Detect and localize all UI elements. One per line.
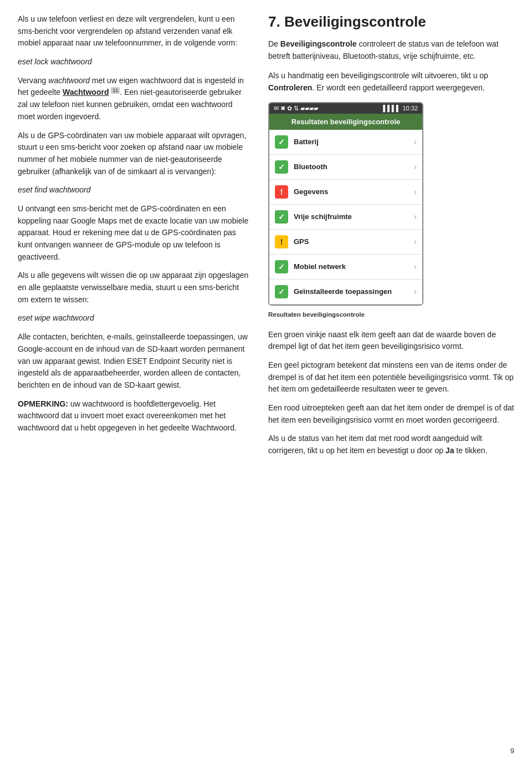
- explanation-red: Een rood uitroepteken geeft aan dat het …: [268, 402, 514, 426]
- phone-mockup: ✉ ✖ ✿ ⇅ ▰▰▰▰ ▌▌▌▌ 10:32 Resultaten bevei…: [268, 102, 423, 306]
- batterij-label: Batterij: [294, 138, 408, 146]
- mobiel-netwerk-arrow-icon: ›: [414, 262, 417, 272]
- left-column: Als u uw telefoon verliest en deze wilt …: [18, 13, 250, 464]
- section-intro-2: Als u handmatig een beveiligingscontrole…: [268, 70, 514, 94]
- toepassingen-arrow-icon: ›: [414, 287, 417, 297]
- list-item-gegevens[interactable]: ! Gegevens ›: [269, 180, 422, 205]
- left-code-2: eset find wachtwoord: [18, 184, 250, 196]
- left-code-1: eset lock wachtwoord: [18, 56, 250, 68]
- status-left-icons: ✉ ✖ ✿ ⇅ ▰▰▰▰: [274, 105, 318, 112]
- toepassingen-status-icon: ✓: [275, 285, 288, 298]
- star-icon: ✿: [287, 105, 292, 112]
- arrows-icon: ⇅: [294, 105, 299, 112]
- gps-arrow-icon: ›: [414, 237, 417, 247]
- left-para-6: Alle contacten, berichten, e-mails, geïn…: [18, 331, 250, 391]
- gegevens-label: Gegevens: [294, 187, 408, 196]
- gegevens-arrow-icon: ›: [414, 187, 417, 197]
- x-icon: ✖: [280, 105, 285, 112]
- signal-icon: ▌▌▌▌: [383, 105, 400, 111]
- bluetooth-status-icon: ✓: [275, 160, 288, 174]
- status-right-icons: ▌▌▌▌ 10:32: [383, 105, 418, 111]
- gps-status-icon: !: [275, 235, 288, 248]
- schijfruimte-status-icon: ✓: [275, 210, 288, 224]
- explanation-yellow: Een geel pictogram betekent dat minstens…: [268, 359, 514, 395]
- list-item-mobiel-netwerk[interactable]: ✓ Mobiel netwerk ›: [269, 255, 422, 280]
- battery-icon: ▰▰▰▰: [300, 105, 318, 112]
- right-column: 7. Beveiligingscontrole De Beveiligingsc…: [268, 13, 514, 464]
- phone-security-list: ✓ Batterij › ✓ Bluetooth › ! Gegevens ›: [269, 130, 422, 305]
- list-item-gps[interactable]: ! GPS ›: [269, 230, 422, 255]
- phone-status-bar: ✉ ✖ ✿ ⇅ ▰▰▰▰ ▌▌▌▌ 10:32: [269, 103, 422, 114]
- schijfruimte-arrow-icon: ›: [414, 212, 417, 222]
- envelope-icon: ✉: [274, 105, 279, 112]
- schijfruimte-label: Vrije schijfruimte: [294, 212, 408, 221]
- left-para-1: Als u uw telefoon verliest en deze wilt …: [18, 13, 250, 49]
- list-item-schijfruimte[interactable]: ✓ Vrije schijfruimte ›: [269, 205, 422, 230]
- left-para-3: Als u de GPS-coördinaten van uw mobiele …: [18, 130, 250, 178]
- mobiel-netwerk-label: Mobiel netwerk: [294, 262, 408, 271]
- list-item-bluetooth[interactable]: ✓ Bluetooth ›: [269, 155, 422, 180]
- phone-title-bar: Resultaten beveiligingscontrole: [269, 114, 422, 130]
- page-number: 9: [510, 747, 514, 755]
- section-intro-1: De Beveiligingscontrole controleert de s…: [268, 38, 514, 62]
- left-para-5: Als u alle gegevens wilt wissen die op u…: [18, 270, 250, 306]
- section-title: 7. Beveiligingscontrole: [268, 13, 514, 31]
- left-opmerking: OPMERKING: uw wachtwoord is hoofdletterg…: [18, 398, 250, 434]
- bluetooth-arrow-icon: ›: [414, 162, 417, 172]
- explanation-green: Een groen vinkje naast elk item geeft aa…: [268, 329, 514, 353]
- list-item-toepassingen[interactable]: ✓ Geïnstalleerde toepassingen ›: [269, 280, 422, 305]
- explanation-action: Als u de status van het item dat met roo…: [268, 433, 514, 456]
- gegevens-status-icon: !: [275, 185, 288, 199]
- phone-caption: Resultaten beveiligingscontrole: [268, 310, 514, 320]
- batterij-arrow-icon: ›: [414, 137, 417, 147]
- gps-label: GPS: [294, 237, 408, 246]
- list-item-batterij[interactable]: ✓ Batterij ›: [269, 130, 422, 155]
- left-code-3: eset wipe wachtwoord: [18, 312, 250, 324]
- bluetooth-label: Bluetooth: [294, 163, 408, 171]
- batterij-status-icon: ✓: [275, 135, 288, 149]
- toepassingen-label: Geïnstalleerde toepassingen: [294, 287, 408, 296]
- time-display: 10:32: [402, 105, 418, 111]
- mobiel-netwerk-status-icon: ✓: [275, 260, 288, 273]
- left-para-4: U ontvangt een sms-bericht met de GPS-co…: [18, 203, 250, 263]
- left-para-2: Vervang wachtwoord met uw eigen wachtwoo…: [18, 75, 250, 123]
